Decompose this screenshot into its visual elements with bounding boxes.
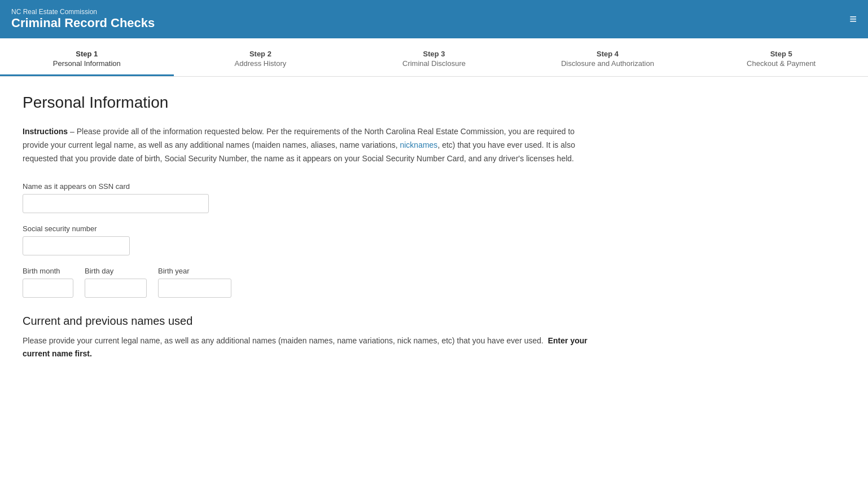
app-title: Criminal Record Checks: [11, 16, 155, 30]
names-section-description: Please provide your current legal name, …: [23, 334, 598, 360]
ssn-group: Social security number: [23, 224, 598, 255]
step-4-item[interactable]: Step 4 Disclosure and Authorization: [521, 38, 695, 76]
birth-month-group: Birth month: [23, 267, 73, 298]
names-section-title: Current and previous names used: [23, 315, 598, 328]
steps-nav: Step 1 Personal Information Step 2 Addre…: [0, 38, 868, 77]
step-1-label: Personal Information: [6, 59, 168, 68]
step-4-label: Disclosure and Authorization: [527, 59, 689, 68]
birth-date-group: Birth month Birth day Birth year: [23, 267, 598, 298]
hamburger-menu-icon[interactable]: ≡: [849, 12, 857, 27]
step-5-label: Checkout & Payment: [700, 59, 862, 68]
birth-month-label: Birth month: [23, 267, 73, 275]
step-3-number: Step 3: [353, 50, 515, 58]
ssn-card-name-input[interactable]: [23, 194, 209, 213]
step-1-number: Step 1: [6, 50, 168, 58]
step-1-item[interactable]: Step 1 Personal Information: [0, 38, 174, 76]
app-header: NC Real Estate Commission Criminal Recor…: [0, 0, 868, 38]
birth-day-label: Birth day: [85, 267, 147, 275]
step-2-label: Address History: [179, 59, 342, 68]
instructions-bold-label: Instructions: [23, 127, 68, 136]
org-name: NC Real Estate Commission: [11, 8, 155, 16]
birth-day-input[interactable]: [85, 279, 147, 298]
step-2-number: Step 2: [179, 50, 342, 58]
main-content: Personal Information Instructions – Plea…: [0, 77, 621, 382]
step-4-number: Step 4: [527, 50, 689, 58]
page-title: Personal Information: [23, 94, 598, 112]
birth-year-label: Birth year: [158, 267, 231, 275]
header-title-block: NC Real Estate Commission Criminal Recor…: [11, 8, 155, 30]
instructions-block: Instructions – Please provide all of the…: [23, 125, 598, 165]
birth-year-input[interactable]: [158, 279, 231, 298]
step-5-item[interactable]: Step 5 Checkout & Payment: [694, 38, 868, 76]
step-3-label: Criminal Disclosure: [353, 59, 515, 68]
ssn-label: Social security number: [23, 224, 598, 233]
names-description-text: Please provide your current legal name, …: [23, 336, 543, 345]
step-3-item[interactable]: Step 3 Criminal Disclosure: [347, 38, 521, 76]
ssn-card-name-group: Name as it appears on SSN card: [23, 182, 598, 213]
birth-year-group: Birth year: [158, 267, 231, 298]
step-2-item[interactable]: Step 2 Address History: [174, 38, 348, 76]
birth-date-row: Birth month Birth day Birth year: [23, 267, 598, 298]
birth-day-group: Birth day: [85, 267, 147, 298]
birth-month-input[interactable]: [23, 279, 73, 298]
ssn-card-name-label: Name as it appears on SSN card: [23, 182, 598, 191]
step-5-number: Step 5: [700, 50, 862, 58]
ssn-input[interactable]: [23, 236, 130, 255]
nicknames-link[interactable]: nicknames: [400, 140, 437, 149]
